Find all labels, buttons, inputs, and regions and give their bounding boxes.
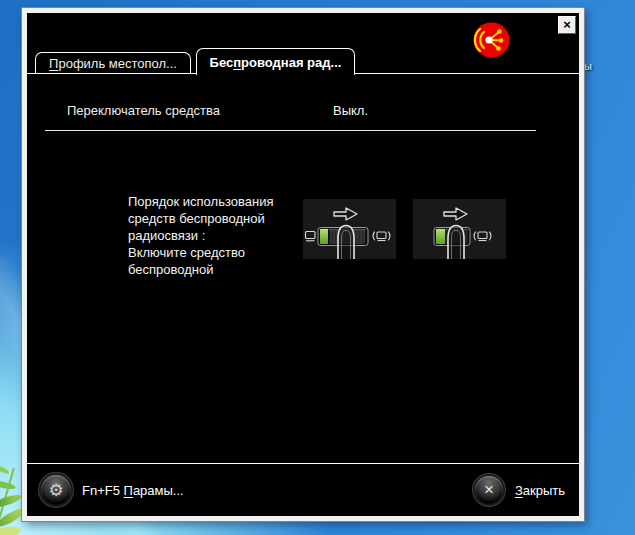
window-close-button[interactable]: × <box>558 16 576 34</box>
desktop-icon-label-fragment: ы <box>584 60 592 72</box>
content-separator <box>45 130 536 131</box>
tab-wireless-radio[interactable]: Беспроводная рад... <box>196 48 355 75</box>
instruction-line: средств беспроводной <box>128 210 308 227</box>
tab-label: Беспроводная рад... <box>210 55 342 70</box>
instruction-line: Включите средство <box>128 244 308 261</box>
tab-label: Профиль местопол... <box>49 56 177 71</box>
switch-illustration-1 <box>303 199 396 259</box>
gear-icon: ⚙ <box>41 475 71 505</box>
status-value: Выкл. <box>333 103 368 118</box>
status-label: Переключатель средства <box>67 103 220 118</box>
leaf-shape <box>0 462 10 475</box>
close-button[interactable]: × Закрыть <box>475 476 565 504</box>
fnf5-settings-button[interactable]: ⚙ Fn+F5 Парамы... <box>41 475 184 505</box>
close-label: Закрыть <box>515 483 565 498</box>
wireless-radio-dialog: × Профиль местопол... Беспроводная рад..… <box>22 8 584 521</box>
settings-label: Fn+F5 Парамы... <box>82 483 184 498</box>
finger-icon <box>448 226 464 260</box>
instruction-line: беспроводной <box>128 261 308 278</box>
close-circle-icon: × <box>475 476 503 504</box>
instruction-line: радиосвязи : <box>128 227 308 244</box>
leaf-shape <box>0 525 22 535</box>
tab-location-profile[interactable]: Профиль местопол... <box>35 52 191 73</box>
wireless-radio-icon <box>473 22 510 58</box>
finger-icon <box>338 226 354 260</box>
instruction-line: Порядок использования <box>128 193 308 210</box>
footer-bar: ⚙ Fn+F5 Парамы... × Закрыть <box>27 464 579 516</box>
instructions-text: Порядок использования средств беспроводн… <box>128 193 308 278</box>
switch-illustration-2 <box>413 199 506 259</box>
close-icon: × <box>563 17 571 32</box>
